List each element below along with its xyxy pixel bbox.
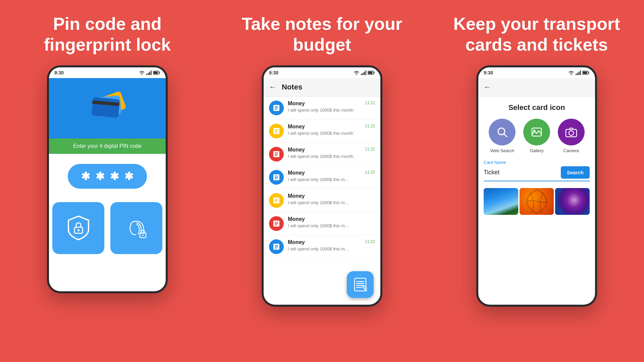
battery-icon-3: [582, 71, 590, 75]
note-title-4: Money: [288, 170, 375, 176]
note-content-1: Money I will spend only 1000$ this month: [288, 101, 375, 113]
app-header-wallet: [49, 78, 166, 138]
note-item-5: Money I will spend only 1000$ this m...: [264, 189, 380, 212]
fingerprint-icon-box: [110, 202, 162, 254]
note-content-4: Money I will spend only 1000$ this m...: [288, 170, 375, 182]
fingerprint-lock-icon: [121, 213, 152, 243]
note-title-6: Money: [288, 216, 375, 222]
web-search-label: Web Search: [490, 148, 514, 153]
phone-cards-mockup: 9:30: [476, 65, 597, 307]
main-layout: Pin code and fingerprint lock 9:30: [0, 0, 644, 362]
panel-cards-title: Keep your transport cards and tickets: [439, 13, 634, 55]
card-name-label: Card Name: [484, 160, 590, 165]
note-avatar-3: [269, 147, 284, 162]
note-icon-5: [272, 196, 280, 204]
note-icon-4: [272, 173, 280, 181]
pin-dot-2: ✱: [96, 170, 105, 183]
note-icon-6: [272, 220, 280, 228]
gallery-label: Gallery: [530, 148, 543, 153]
note-content-7: Money I will spend only 1000$ this m...: [288, 239, 375, 251]
pin-dot-1: ✱: [81, 170, 90, 183]
shield-lock-icon: [63, 213, 94, 243]
note-avatar-6: [269, 216, 284, 231]
search-button[interactable]: Search: [561, 166, 590, 179]
svg-rect-21: [576, 74, 577, 75]
note-avatar-7: [269, 239, 284, 254]
phone-pin-mockup: 9:30: [47, 65, 168, 293]
note-time-4: 11:22: [365, 170, 375, 175]
notes-screen-title: Notes: [282, 83, 302, 92]
signal-icon-3: [576, 70, 581, 75]
note-time-2: 11:22: [365, 124, 375, 128]
note-icon-1: [272, 104, 280, 112]
svg-rect-5: [154, 71, 158, 74]
svg-point-7: [77, 229, 79, 231]
signal-icon: [146, 70, 152, 75]
time-3: 9:30: [484, 70, 493, 75]
status-icons-3: [568, 70, 590, 75]
status-icons-2: [354, 70, 375, 75]
note-avatar-2: [269, 124, 284, 138]
note-title-7: Money: [288, 239, 375, 245]
icon-grid: Web Search Gallery: [478, 115, 595, 160]
card-name-section: Card Name Ticket Search: [478, 160, 595, 185]
note-avatar-4: [269, 170, 284, 185]
note-title-2: Money: [288, 124, 375, 130]
note-avatar-1: [269, 101, 284, 115]
pin-icons-row: [49, 199, 166, 254]
camera-icon-item[interactable]: Camera: [558, 119, 585, 153]
svg-rect-23: [579, 72, 580, 75]
pin-prompt: Enter your 4 digital PIN code: [49, 138, 166, 154]
note-title-5: Money: [288, 193, 375, 199]
svg-point-30: [533, 130, 535, 132]
note-title-1: Money: [288, 101, 375, 107]
cards-back-arrow[interactable]: ←: [484, 83, 491, 92]
pin-dots-area: ✱ ✱ ✱ ✱: [49, 154, 166, 199]
svg-rect-3: [151, 70, 152, 75]
fab-add-note[interactable]: [347, 271, 374, 298]
note-item-6: Money I will spend only 1000$ this m...: [264, 212, 380, 235]
svg-rect-22: [577, 73, 578, 75]
gallery-icon-item[interactable]: Gallery: [523, 119, 550, 153]
space-image-thumb[interactable]: [484, 188, 518, 215]
card-name-value[interactable]: Ticket: [484, 169, 558, 176]
web-search-icon-item[interactable]: Web Search: [489, 119, 516, 153]
svg-rect-1: [148, 73, 149, 75]
pin-bubble: ✱ ✱ ✱ ✱: [68, 164, 147, 189]
note-icon-3: [272, 150, 280, 158]
note-time-1: 11:22: [365, 101, 375, 105]
note-subtitle-1: I will spend only 1000$ this month: [288, 108, 375, 113]
basketball-image-thumb[interactable]: [520, 188, 554, 215]
image-grid: [478, 185, 595, 218]
signal-icon-2: [361, 70, 366, 75]
svg-rect-11: [363, 73, 364, 75]
time-1: 9:30: [54, 70, 64, 75]
notes-back-arrow[interactable]: ←: [269, 83, 276, 92]
note-subtitle-5: I will spend only 1000$ this m...: [288, 200, 375, 205]
galaxy-image-thumb[interactable]: [555, 188, 590, 215]
web-search-circle: [489, 119, 516, 145]
note-icon-7: [272, 243, 280, 251]
panel-cards: Keep your transport cards and tickets 9:…: [429, 0, 644, 362]
svg-rect-0: [146, 74, 147, 75]
svg-rect-15: [368, 71, 373, 74]
notes-list: Money I will spend only 1000$ this month…: [264, 97, 380, 258]
camera-icon: [564, 125, 579, 139]
note-item-7: Money I will spend only 1000$ this m... …: [264, 235, 380, 258]
panel-pin-title: Pin code and fingerprint lock: [10, 13, 205, 55]
gallery-icon: [529, 125, 544, 139]
note-content-6: Money I will spend only 1000$ this m...: [288, 216, 375, 228]
svg-point-9: [142, 235, 144, 236]
note-item-1: Money I will spend only 1000$ this month…: [264, 97, 380, 120]
svg-line-28: [504, 134, 507, 137]
note-subtitle-6: I will spend only 1000$ this m...: [288, 223, 375, 228]
svg-rect-13: [366, 70, 367, 75]
wifi-icon: [139, 70, 145, 75]
status-icons-1: [139, 70, 160, 75]
card-front: [92, 97, 120, 118]
svg-point-32: [569, 131, 574, 135]
time-2: 9:30: [269, 70, 278, 75]
card-select-header: ←: [478, 78, 595, 97]
svg-rect-12: [364, 72, 365, 75]
note-title-3: Money: [288, 147, 375, 153]
